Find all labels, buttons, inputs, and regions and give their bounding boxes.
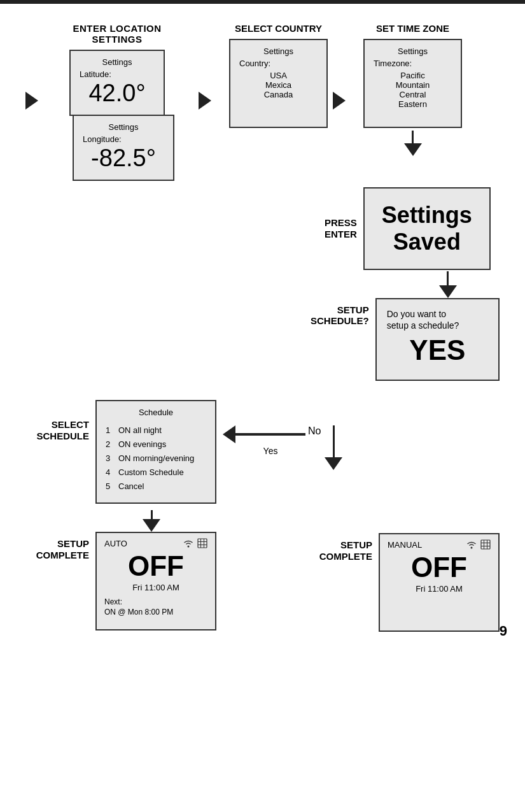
timezone-screen-title: Settings (374, 46, 452, 56)
schedule-item-5: 5 Cancel (106, 480, 206, 494)
no-arrow-group: No (305, 425, 342, 470)
schedule-item-4: 4 Custom Schedule (106, 466, 206, 480)
press-enter-group: PRESS ENTER Settings Saved (325, 187, 491, 270)
schedule-num-5: 5 (106, 480, 115, 494)
auto-device-header: AUTO (104, 538, 207, 548)
auto-complete-group: SETUP COMPLETE AUTO (25, 510, 216, 630)
select-schedule-label: SELECT SCHEDULE (25, 419, 89, 442)
country-options: USA Mexica Canada (239, 71, 318, 99)
schedule-text-2: ON evenings (118, 438, 166, 452)
manual-complete-label: SETUP COMPLETE (302, 539, 372, 562)
country-mexica: Mexica (239, 80, 318, 90)
schedule-item-1: 1 ON all night (106, 424, 206, 438)
arrow-timezone-head (333, 92, 346, 110)
svg-point-6 (471, 547, 473, 549)
manual-time: Fri 11:00 AM (388, 584, 491, 594)
manual-label-box-row: SETUP COMPLETE MANUAL (302, 533, 500, 632)
page-content: ENTER LOCATION SETTINGS Settings Latitud… (0, 4, 525, 651)
yes-arrow-head (223, 425, 235, 443)
schedule-item-2: 2 ON evenings (106, 438, 206, 452)
schedule-text-5: Cancel (118, 480, 144, 494)
signal-icon (197, 538, 207, 548)
setup-schedule-box: Do you want to setup a schedule? YES (375, 298, 500, 381)
schedule-num-1: 1 (106, 424, 115, 438)
svg-point-0 (188, 546, 190, 548)
tz-central: Central (374, 90, 452, 99)
no-arrow-v-line (333, 425, 335, 457)
arrow-down-to-auto (143, 510, 160, 532)
auto-next-value: ON @ Mon 8:00 PM (104, 608, 173, 616)
settings-saved-box: Settings Saved (363, 187, 491, 270)
manual-complete-group: SETUP COMPLETE MANUAL (302, 510, 500, 632)
setup-schedule-row: SETUP SCHEDULE? Do you want to setup a s… (311, 298, 500, 381)
svg-rect-7 (481, 540, 490, 549)
arrow-down-to-settings-saved (404, 131, 422, 156)
country-field-label: Country: (239, 59, 318, 68)
yes-arrow-group: Yes (223, 425, 305, 456)
schedule-list-box: Schedule 1 ON all night 2 ON evenings 3 … (95, 400, 216, 504)
col-select-country: SELECT COUNTRY Settings Country: USA Mex… (229, 23, 328, 128)
auto-next: Next: ON @ Mon 8:00 PM (104, 597, 207, 617)
yes-text: YES (387, 335, 488, 366)
schedule-list-title: Schedule (106, 408, 206, 417)
latitude-value: 42.0° (80, 80, 155, 107)
longitude-screen-title: Settings (83, 122, 164, 132)
wifi-icon (182, 538, 195, 548)
auto-mode-label: AUTO (104, 539, 127, 548)
enter-location-label: ENTER LOCATION SETTINGS (73, 23, 161, 45)
yes-arrow-line-row (223, 425, 305, 443)
auto-device-box: AUTO (95, 532, 216, 630)
manual-mode-label: MANUAL (388, 540, 422, 550)
arrow-v-line2 (447, 271, 449, 285)
auto-time: Fri 11:00 AM (104, 583, 207, 592)
page-number: 9 (500, 623, 507, 639)
entry-arrow (25, 92, 38, 110)
auto-device-icons (182, 538, 207, 548)
setup-schedule-label: SETUP SCHEDULE? (311, 304, 369, 326)
schedule-num-4: 4 (106, 466, 115, 480)
arrow-down-settings-to-setup (396, 271, 500, 298)
schedule-item-3: 3 ON morning/evening (106, 452, 206, 466)
arrow-v-to-auto (151, 510, 153, 519)
arrow-country-head (199, 92, 211, 110)
auto-next-label: Next: (104, 597, 122, 606)
arrow-down-line (412, 131, 414, 143)
arrow-to-timezone (333, 92, 346, 110)
bottom-flow-row: SETUP COMPLETE AUTO (25, 510, 500, 632)
timezone-options: Pacific Mountain Central Eastern (374, 71, 452, 109)
longitude-field-label: Longitude: (83, 134, 164, 144)
middle-flow: PRESS ENTER Settings Saved (325, 187, 500, 270)
auto-complete-label: SETUP COMPLETE (25, 538, 89, 561)
manual-device-box: MANUAL (379, 533, 500, 632)
schedule-num-3: 3 (106, 452, 115, 466)
entry-arrow-head (25, 92, 38, 110)
manual-device-icons (465, 539, 491, 550)
top-flow-row: ENTER LOCATION SETTINGS Settings Latitud… (25, 23, 500, 181)
settings-saved-text: Settings Saved (382, 202, 472, 255)
country-canada: Canada (239, 90, 318, 99)
no-label: No (308, 425, 321, 437)
col-set-timezone: SET TIME ZONE Settings Timezone: Pacific… (363, 23, 462, 156)
col-enter-location: ENTER LOCATION SETTINGS Settings Latitud… (41, 23, 193, 181)
setup-schedule-question: Do you want to setup a schedule? (387, 308, 488, 331)
country-screen: Settings Country: USA Mexica Canada (229, 39, 328, 128)
select-schedule-group: SELECT SCHEDULE Schedule 1 ON all night … (25, 400, 216, 504)
manual-device-header: MANUAL (388, 539, 491, 550)
signal-icon-manual (480, 539, 491, 550)
arrow-down-auto-head (143, 519, 160, 532)
schedule-text-1: ON all night (118, 424, 162, 438)
longitude-screen: Settings Longitude: -82.5° (73, 115, 174, 181)
manual-off-text: OFF (388, 552, 491, 583)
yes-arrow-line (235, 433, 305, 436)
no-arrow-down (325, 425, 342, 470)
latitude-field-label: Latitude: (80, 69, 155, 79)
schedule-num-2: 2 (106, 438, 115, 452)
press-enter-label: PRESS ENTER (325, 217, 357, 240)
auto-label-box-row: SETUP COMPLETE AUTO (25, 532, 216, 630)
yes-label: Yes (263, 446, 278, 456)
tz-mountain: Mountain (374, 80, 452, 90)
tz-pacific: Pacific (374, 71, 452, 80)
schedule-text-4: Custom Schedule (118, 466, 184, 480)
longitude-value: -82.5° (83, 145, 164, 172)
country-usa: USA (239, 71, 318, 80)
